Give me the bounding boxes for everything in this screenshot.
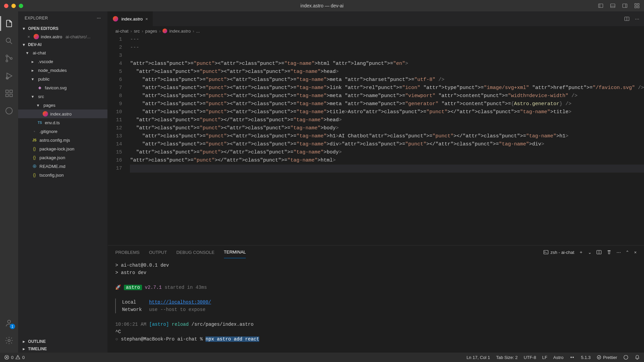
tree-folder[interactable]: ▾src	[18, 92, 108, 101]
customize-layout-icon[interactable]	[634, 3, 640, 9]
tab-size[interactable]: Tab Size: 2	[496, 355, 517, 360]
notifications-icon[interactable]	[635, 355, 640, 360]
tree-file[interactable]: TSenv.d.ts	[18, 118, 108, 127]
crumb[interactable]: ...	[196, 29, 200, 34]
astro-file-icon	[34, 34, 39, 39]
open-editors-section[interactable]: ▾ OPEN EDITORS	[18, 25, 108, 32]
cursor-position[interactable]: Ln 17, Col 1	[466, 355, 490, 360]
remote-activity-button[interactable]	[0, 102, 18, 120]
tree-file[interactable]: ◦.gitignore	[18, 127, 108, 136]
tree-file[interactable]: README.md	[18, 162, 108, 171]
tree-item-label: tsconfig.json	[40, 173, 64, 178]
file-icon: ◦	[32, 129, 38, 134]
chevron-down-icon: ▾	[32, 94, 36, 99]
maximize-window-button[interactable]	[19, 4, 23, 8]
svg-rect-17	[6, 90, 8, 93]
settings-activity-button[interactable]	[0, 332, 18, 349]
kill-terminal-icon[interactable]	[606, 250, 612, 255]
source-control-activity-button[interactable]	[0, 50, 18, 67]
feedback-icon[interactable]	[623, 355, 629, 360]
accounts-activity-button[interactable]: 1	[0, 314, 18, 332]
svg-point-39	[624, 355, 628, 359]
toggle-primary-sidebar-icon[interactable]	[598, 3, 604, 9]
minimize-window-button[interactable]	[11, 4, 16, 8]
editor-tab[interactable]: index.astro ×	[108, 11, 153, 26]
tree-file[interactable]: {}package-lock.json	[18, 144, 108, 153]
project-section[interactable]: ▾ DEV-AI	[18, 41, 108, 48]
svg-marker-15	[7, 73, 12, 79]
language-mode[interactable]: Astro	[553, 355, 563, 360]
split-editor-icon[interactable]	[624, 16, 630, 21]
terminal-line: Local http://localhost:3000/	[115, 299, 637, 306]
close-editor-icon[interactable]: ×	[26, 34, 32, 39]
accounts-badge: 1	[10, 324, 15, 329]
terminal-url[interactable]: http://localhost:3000/	[149, 300, 211, 305]
problems-tab[interactable]: PROBLEMS	[115, 246, 139, 258]
encoding[interactable]: UTF-8	[524, 355, 536, 360]
svg-rect-4	[623, 4, 627, 8]
tree-folder[interactable]: ▾public	[18, 75, 108, 83]
tree-folder[interactable]: ▸node_modules	[18, 66, 108, 75]
tree-folder[interactable]: ▾ai-chat	[18, 48, 108, 57]
eol[interactable]: LF	[542, 355, 547, 360]
terminal-tab[interactable]: TERMINAL	[224, 246, 246, 258]
explorer-activity-button[interactable]	[0, 15, 18, 32]
close-window-button[interactable]	[4, 4, 8, 8]
svg-rect-6	[635, 4, 637, 5]
terminal-input-selection[interactable]: npx astro add react	[205, 336, 259, 342]
problems-status[interactable]: 0 0	[4, 355, 25, 360]
activity-bar: 1	[0, 11, 18, 353]
terminal-dropdown-icon[interactable]: ⌄	[588, 250, 592, 255]
tree-item-label: package.json	[40, 155, 65, 160]
terminal[interactable]: > ai-chat@0.0.1 dev > astro dev 🚀 astro …	[108, 259, 644, 353]
open-editor-filename: index.astro	[41, 34, 62, 39]
explorer-more-icon[interactable]: ⋯	[97, 16, 101, 20]
run-debug-activity-button[interactable]	[0, 67, 18, 85]
output-tab[interactable]: OUTPUT	[149, 246, 167, 258]
terminal-shell-label[interactable]: zsh - ai-chat	[543, 250, 574, 255]
tree-file[interactable]: ◆favicon.svg	[18, 83, 108, 92]
debug-console-tab[interactable]: DEBUG CONSOLE	[176, 246, 214, 258]
svg-rect-29	[544, 251, 548, 254]
toggle-secondary-sidebar-icon[interactable]	[622, 3, 628, 9]
crumb[interactable]: index.astro	[169, 29, 191, 34]
extension-version[interactable]: 5.1.3	[581, 355, 591, 360]
file-icon	[42, 111, 48, 117]
crumb[interactable]: pages	[145, 29, 157, 34]
copilot-icon[interactable]	[569, 355, 575, 360]
svg-point-10	[6, 38, 10, 42]
open-editor-item[interactable]: × index.astro ai-chat/src/...	[18, 32, 108, 41]
close-panel-icon[interactable]: ×	[634, 250, 637, 255]
tree-file[interactable]: index.astro	[18, 109, 108, 118]
statusbar: 0 0 Ln 17, Col 1 Tab Size: 2 UTF-8 LF As…	[0, 353, 644, 362]
more-actions-icon[interactable]: ⋯	[635, 16, 639, 21]
close-tab-icon[interactable]: ×	[145, 16, 148, 21]
chevron-right-icon: ▸	[21, 339, 26, 344]
panel-more-icon[interactable]: ⋯	[616, 250, 621, 255]
search-activity-button[interactable]	[0, 32, 18, 50]
tree-item-label: ai-chat	[33, 50, 46, 55]
crumb[interactable]: src	[134, 29, 140, 34]
tree-file[interactable]: {}tsconfig.json	[18, 171, 108, 179]
prettier-status[interactable]: Prettier	[597, 355, 617, 360]
terminal-prompt-line[interactable]: ○ stephan@MacBook-Pro ai-chat % npx astr…	[115, 335, 637, 343]
timeline-section[interactable]: ▸ TIMELINE	[18, 345, 108, 353]
code-editor[interactable]: 1234567891011121314151617 ------ "attr">…	[108, 36, 644, 245]
outline-section[interactable]: ▸ OUTLINE	[18, 338, 108, 345]
extensions-activity-button[interactable]	[0, 85, 18, 102]
code-content[interactable]: ------ "attr">class"punct">="punct"><"at…	[129, 36, 644, 245]
new-terminal-icon[interactable]: ＋	[579, 249, 583, 255]
tree-folder[interactable]: ▾pages	[18, 101, 108, 109]
tree-folder[interactable]: ▸.vscode	[18, 57, 108, 66]
toggle-panel-icon[interactable]	[610, 3, 616, 9]
chevron-right-icon: ▸	[32, 59, 36, 64]
breadcrumbs[interactable]: ai-chat › src › pages › index.astro › ..…	[108, 26, 644, 36]
svg-rect-7	[638, 4, 639, 5]
maximize-panel-icon[interactable]: ⌃	[626, 250, 629, 255]
explorer-title: EXPLORER	[25, 16, 48, 20]
split-terminal-icon[interactable]	[596, 250, 602, 255]
tree-item-label: src	[38, 94, 44, 99]
tree-file[interactable]: {}package.json	[18, 153, 108, 162]
crumb[interactable]: ai-chat	[115, 29, 128, 34]
tree-file[interactable]: JSastro.config.mjs	[18, 136, 108, 144]
